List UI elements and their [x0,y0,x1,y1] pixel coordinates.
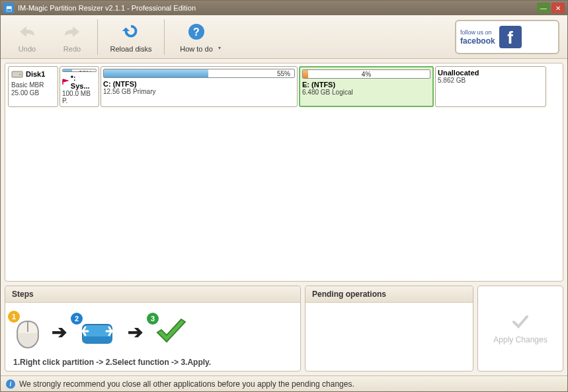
usage-bar: 28% [62,69,97,72]
facebook-link[interactable]: follow us on facebook f [455,20,559,54]
partition-label: C: (NTFS) [103,80,295,88]
svg-text:?: ? [193,26,200,38]
steps-panel: Steps 1 ➔ 2 ➔ 3 [5,286,301,372]
apply-panel: Apply Changes [477,286,563,372]
toolbar: Undo Redo Reload disks ? How to do ▾ f [1,15,567,59]
step-2-icon: 2 [76,315,118,350]
usage-bar: 4% [302,69,430,79]
step-3-icon: 3 [152,315,190,350]
disk-header[interactable]: Disk1 Basic MBR25.00 GB [8,66,58,107]
arrow-icon: ➔ [52,321,67,343]
reload-icon [120,21,142,42]
steps-title: Steps [5,286,300,303]
partition-1[interactable]: 55%C: (NTFS)12.56 GB Primary [101,66,298,107]
toolbar-separator [97,19,98,55]
facebook-icon: f [499,26,522,48]
titlebar: ⬒ IM-Magic Partition Resizer v2.1.1 - Pr… [1,1,567,15]
partition-label: Unallocated [438,69,544,77]
pending-operations-panel: Pending operations [305,286,473,372]
partition-2[interactable]: 4%E: (NTFS)6.480 GB Logical [299,66,434,107]
checkmark-icon [511,313,530,331]
reload-disks-button[interactable]: Reload disks [101,17,161,57]
help-icon: ? [186,21,207,42]
how-to-do-button[interactable]: ? How to do ▾ [167,17,225,57]
apply-changes-button[interactable]: Apply Changes [493,313,547,344]
step-1-icon: 1 [13,313,42,352]
svg-point-3 [19,74,20,75]
steps-text: 1.Right click partition -> 2.Select func… [13,358,292,367]
window-title: IM-Magic Partition Resizer v2.1.1 - Prof… [18,4,537,12]
pending-title: Pending operations [305,286,473,303]
svg-rect-2 [12,71,22,77]
status-text: We strongly recommend you close all othe… [19,379,354,389]
partition-size: 100.0 MB P. [62,90,97,104]
dropdown-caret-icon: ▾ [218,45,221,51]
app-icon: ⬒ [3,3,14,13]
disk-area: Disk1 Basic MBR25.00 GB 28%*: Sys...100.… [5,63,563,282]
bottom-panels: Steps 1 ➔ 2 ➔ 3 [5,286,563,372]
partition-size: 12.56 GB Primary [103,88,295,95]
redo-icon [61,21,83,42]
svg-rect-7 [83,336,112,343]
usage-bar: 55% [103,69,295,78]
app-window: ⬒ IM-Magic Partition Resizer v2.1.1 - Pr… [0,0,568,392]
undo-icon [17,21,38,42]
partition-0[interactable]: 28%*: Sys...100.0 MB P. [60,66,99,107]
info-icon: i [6,379,15,389]
redo-button[interactable]: Redo [50,17,95,57]
statusbar: i We strongly recommend you close all ot… [1,375,567,391]
partition-label: E: (NTFS) [302,81,430,89]
toolbar-separator [164,19,165,55]
disk-icon [11,69,23,79]
partition-size: 6.480 GB Logical [302,89,430,96]
minimize-button[interactable]: — [537,3,550,13]
partition-label: *: Sys... [62,74,97,90]
partition-size: 5.862 GB [438,77,544,84]
partition-3[interactable]: Unallocated5.862 GB [435,66,546,107]
arrow-icon: ➔ [128,321,143,343]
flag-icon [62,79,69,85]
close-button[interactable]: ✕ [551,3,565,13]
undo-button[interactable]: Undo [5,17,50,57]
disk-row: Disk1 Basic MBR25.00 GB 28%*: Sys...100.… [8,66,560,107]
